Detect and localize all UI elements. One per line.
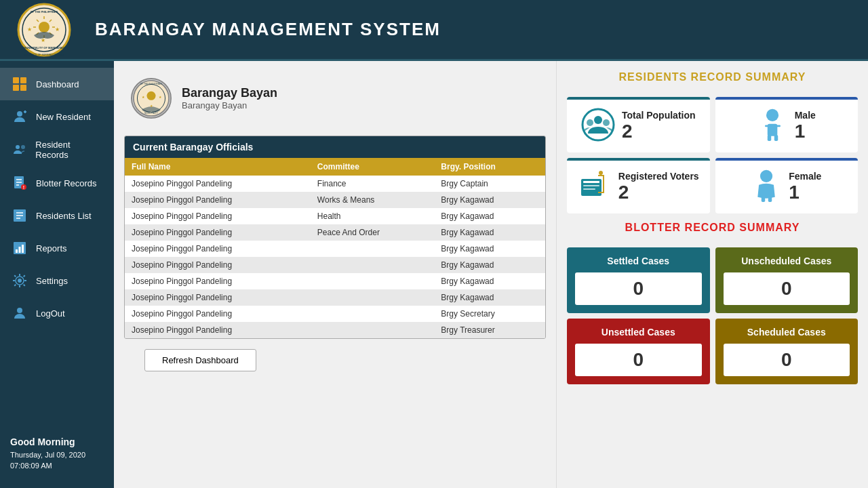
profile-subtitle: Barangay Bayan xyxy=(182,100,277,110)
svg-text:OF THE PHILIPPINES: OF THE PHILIPPINES xyxy=(140,83,163,85)
svg-rect-58 xyxy=(774,125,780,127)
svg-point-52 xyxy=(594,116,602,124)
male-card: Male 1 xyxy=(715,97,859,152)
male-icon xyxy=(757,108,788,144)
settled-value: 0 xyxy=(575,272,702,305)
officials-table: Full Name Committee Brgy. Position Josep… xyxy=(125,158,545,338)
table-cell-committee xyxy=(311,241,435,257)
col-position: Brgy. Position xyxy=(434,158,545,176)
table-cell-committee xyxy=(311,322,435,338)
total-population-card: Total Population 2 xyxy=(567,97,710,152)
sidebar-item-reports[interactable]: Reports xyxy=(0,232,114,264)
svg-rect-17 xyxy=(13,77,19,83)
profile-name: Barangay Bayan xyxy=(182,86,277,100)
male-label: Male xyxy=(795,110,816,121)
table-row: Josepino Pinggol PandelingFinanceBrgy Ca… xyxy=(125,176,545,192)
settings-icon xyxy=(10,271,29,290)
table-cell-position: Brgy Treasurer xyxy=(434,322,545,338)
table-cell-position: Brgy Kagawad xyxy=(434,241,545,257)
unscheduled-cases-card: Unscheduled Cases 0 xyxy=(715,247,859,313)
philippine-seal-icon: OF THE PHILIPPINES MUNICIPALITY OF MARIH… xyxy=(14,3,75,57)
svg-rect-59 xyxy=(767,135,770,141)
svg-point-45 xyxy=(146,92,155,100)
officials-table-container: Current Barangay Officials Full Name Com… xyxy=(124,136,546,339)
app-title: BARANGAY MANAGEMENT SYSTEM xyxy=(95,19,441,40)
table-cell-committee xyxy=(311,273,435,289)
svg-point-42 xyxy=(17,308,22,313)
table-cell-name: Josepino Pinggol Pandeling xyxy=(125,306,311,322)
svg-rect-19 xyxy=(13,85,19,91)
svg-text:★: ★ xyxy=(55,26,60,33)
settled-label: Settled Cases xyxy=(607,256,669,266)
sidebar-item-resident-records[interactable]: Resident Records xyxy=(0,133,114,167)
table-cell-name: Josepino Pinggol Pandeling xyxy=(125,322,311,338)
svg-text:MUNICIPALITY: MUNICIPALITY xyxy=(144,112,158,115)
barangay-seal: OF THE PHILIPPINES MUNICIPALITY ★ ★ ★ xyxy=(131,78,172,119)
svg-rect-68 xyxy=(762,196,765,202)
svg-point-53 xyxy=(587,119,593,126)
svg-point-51 xyxy=(583,109,614,140)
sidebar-item-dashboard[interactable]: Dashboard xyxy=(0,68,114,100)
unscheduled-label: Unscheduled Cases xyxy=(741,256,831,266)
new-resident-icon xyxy=(10,107,29,126)
voters-label: Registered Voters xyxy=(618,171,699,182)
voters-icon xyxy=(578,169,612,205)
residents-summary-grid: Total Population 2 xyxy=(567,97,858,214)
table-row: Josepino Pinggol PandelingPeace And Orde… xyxy=(125,224,545,241)
table-cell-position: Brgy Kagawad xyxy=(434,208,545,224)
scheduled-label: Scheduled Cases xyxy=(747,327,826,338)
svg-text:MUNICIPALITY OF MARIHATAG: MUNICIPALITY OF MARIHATAG xyxy=(24,46,64,49)
table-cell-name: Josepino Pinggol Pandeling xyxy=(125,257,311,273)
header: OF THE PHILIPPINES MUNICIPALITY OF MARIH… xyxy=(0,0,868,61)
table-row: Josepino Pinggol PandelingWorks & MeansB… xyxy=(125,192,545,208)
residents-list-icon xyxy=(10,206,29,225)
profile-section: OF THE PHILIPPINES MUNICIPALITY ★ ★ ★ Ba… xyxy=(124,71,546,125)
female-card: Female 1 xyxy=(715,158,859,214)
table-row: Josepino Pinggol PandelingBrgy Kagawad xyxy=(125,289,545,306)
svg-text:★: ★ xyxy=(27,26,32,33)
table-cell-position: Brgy Kagawad xyxy=(434,273,545,289)
residents-summary-title: RESIDENTS RECORD SUMMARY xyxy=(567,71,858,83)
sidebar-item-residents-list[interactable]: Residents List xyxy=(0,199,114,232)
sidebar-label-new-resident: New Resident xyxy=(36,112,91,122)
female-value: 1 xyxy=(789,182,821,203)
svg-text:!: ! xyxy=(23,185,24,190)
sidebar-item-logout[interactable]: LogOut xyxy=(0,297,114,329)
svg-rect-69 xyxy=(768,196,772,202)
voters-value: 2 xyxy=(618,182,699,203)
blotter-summary-title: BLOTTER RECORD SUMMARY xyxy=(567,222,858,234)
unsettled-cases-card: Unsettled Cases 0 xyxy=(567,319,710,384)
svg-point-21 xyxy=(17,111,22,117)
svg-rect-20 xyxy=(20,85,26,91)
sidebar-label-reports: Reports xyxy=(36,243,67,253)
sidebar-item-settings[interactable]: Settings xyxy=(0,264,114,297)
col-fullname: Full Name xyxy=(125,158,311,176)
settled-cases-card: Settled Cases 0 xyxy=(567,247,710,313)
svg-point-40 xyxy=(18,279,22,283)
table-cell-committee xyxy=(311,257,435,273)
svg-rect-38 xyxy=(19,247,21,253)
sidebar-item-blotter-records[interactable]: ! Blotter Records xyxy=(0,167,114,199)
svg-point-54 xyxy=(603,119,610,126)
svg-point-24 xyxy=(16,145,20,149)
female-icon xyxy=(751,169,782,205)
scheduled-value: 0 xyxy=(724,344,850,376)
refresh-dashboard-button[interactable]: Refresh Dashboard xyxy=(144,349,256,371)
svg-point-66 xyxy=(599,171,603,175)
svg-rect-57 xyxy=(765,125,771,127)
table-cell-position: Brgy Captain xyxy=(434,176,545,192)
sidebar-label-resident-records: Resident Records xyxy=(35,140,104,160)
sidebar-label-logout: LogOut xyxy=(36,308,65,319)
table-cell-position: Brgy Kagawad xyxy=(434,289,545,306)
col-committee: Committee xyxy=(311,158,435,176)
table-cell-name: Josepino Pinggol Pandeling xyxy=(125,208,311,224)
svg-rect-18 xyxy=(20,77,26,83)
unsettled-label: Unsettled Cases xyxy=(601,327,675,338)
table-cell-position: Brgy Kagawad xyxy=(434,224,545,241)
table-row: Josepino Pinggol PandelingBrgy Secretary xyxy=(125,306,545,322)
sidebar-item-new-resident[interactable]: New Resident xyxy=(0,100,114,133)
table-cell-name: Josepino Pinggol Pandeling xyxy=(125,176,311,192)
blotter-records-icon: ! xyxy=(10,174,29,192)
svg-point-55 xyxy=(766,109,778,121)
sidebar-label-residents-list: Residents List xyxy=(36,211,92,221)
